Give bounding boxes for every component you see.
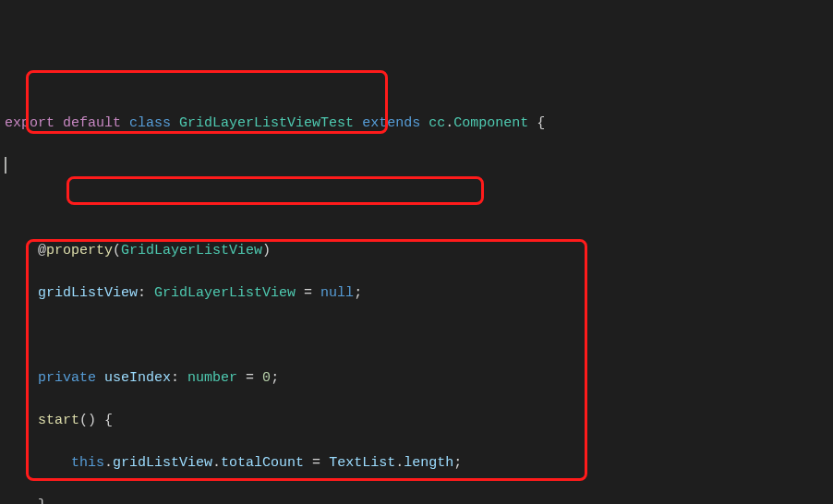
code-line: export default class GridLayerListViewTe… bbox=[5, 113, 828, 134]
code-line bbox=[5, 325, 828, 346]
code-line: start() { bbox=[5, 410, 828, 431]
code-line: } bbox=[5, 495, 828, 504]
code-line: gridListView: GridLayerListView = null; bbox=[5, 282, 828, 304]
code-editor[interactable]: export default class GridLayerListViewTe… bbox=[5, 91, 828, 504]
code-line bbox=[5, 155, 828, 176]
code-line bbox=[5, 198, 828, 219]
text-cursor bbox=[5, 157, 6, 174]
code-line: private useIndex: number = 0; bbox=[5, 367, 828, 389]
code-line: this.gridListView.totalCount = TextList.… bbox=[5, 452, 828, 474]
code-line: @property(GridLayerListView) bbox=[5, 240, 828, 261]
